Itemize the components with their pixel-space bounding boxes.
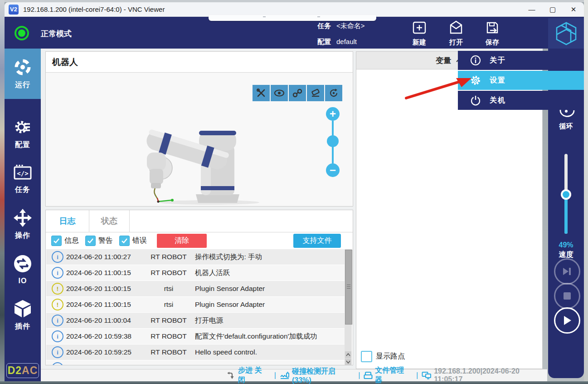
info-icon: i bbox=[52, 251, 63, 263]
links-icon bbox=[292, 88, 303, 98]
log-row: i 2024-06-20 10:59:25 RT ROBOT Hello spe… bbox=[46, 345, 345, 360]
task-label: 任务 bbox=[317, 22, 331, 30]
step-arrow-icon bbox=[227, 371, 236, 379]
filter-warning-checkbox[interactable] bbox=[85, 236, 96, 246]
show-waypoints-checkbox[interactable] bbox=[361, 351, 372, 362]
joint-link-button[interactable] bbox=[289, 85, 306, 101]
tab-log[interactable]: 日志 bbox=[46, 210, 89, 232]
open-task-button[interactable]: 打开 bbox=[438, 19, 474, 47]
menu-item-about[interactable]: 关于 bbox=[458, 51, 584, 70]
robot-panel: 机器人 bbox=[45, 51, 353, 207]
chevron-down-icon bbox=[346, 360, 350, 364]
status-separator: | bbox=[416, 371, 418, 379]
log-row: i 2024-06-20 10:59:25 RT ROBOT Load conf… bbox=[46, 360, 345, 365]
status-separator: | bbox=[358, 371, 360, 379]
stop-button[interactable] bbox=[554, 283, 580, 309]
status-separator: | bbox=[274, 371, 276, 379]
log-list[interactable]: i 2024-06-20 11:00:27 RT ROBOT 操作模式切换为: … bbox=[46, 249, 345, 365]
scroll-down-button[interactable] bbox=[345, 359, 351, 365]
open-file-icon bbox=[447, 19, 465, 36]
new-file-icon bbox=[411, 19, 428, 36]
nav-item-jog[interactable]: 操作 bbox=[5, 202, 41, 247]
log-row: ! 2024-06-20 11:00:15 rtsi Plugin Sensor… bbox=[46, 297, 345, 312]
warning-icon: ! bbox=[52, 283, 63, 295]
filter-info-checkbox[interactable] bbox=[51, 236, 62, 246]
desktop-edge-right bbox=[584, 0, 588, 384]
monitor-icon bbox=[422, 371, 432, 379]
io-arrows-icon bbox=[13, 254, 32, 273]
info-icon: i bbox=[52, 346, 63, 358]
filter-error-checkbox[interactable] bbox=[119, 236, 130, 246]
minimize-button[interactable]: — bbox=[521, 2, 542, 16]
chevron-up-icon bbox=[346, 353, 350, 356]
log-row: ! 2024-06-20 11:00:15 rtsi Plugin Sensor… bbox=[46, 281, 345, 296]
nav-item-io[interactable]: IO bbox=[5, 247, 41, 292]
skip-icon bbox=[562, 267, 572, 276]
gear-lines-icon bbox=[13, 118, 32, 137]
svg-text:</>: </> bbox=[17, 170, 28, 177]
info-icon: i bbox=[52, 362, 63, 365]
mode-label: 正常模式 bbox=[41, 29, 72, 39]
eraser-button[interactable] bbox=[307, 85, 324, 101]
file-manager-button[interactable]: 文件管理器 bbox=[364, 366, 409, 384]
cube-icon bbox=[13, 299, 32, 318]
filter-info-label: 信息 bbox=[64, 236, 79, 246]
eraser-icon bbox=[310, 88, 321, 98]
brand-cube-icon bbox=[555, 21, 578, 46]
filter-error-label: 错误 bbox=[132, 236, 147, 246]
robot-arm-graphic bbox=[46, 73, 352, 206]
tools-button[interactable] bbox=[253, 85, 270, 101]
nav-item-task[interactable]: </> 任务 bbox=[5, 156, 41, 202]
show-waypoints-row[interactable]: 显示路点 bbox=[361, 351, 405, 362]
config-row: 配置default bbox=[317, 38, 357, 46]
status-badge: D2AC bbox=[6, 363, 39, 378]
log-scrollbar[interactable] bbox=[345, 249, 352, 365]
nav-item-plugin[interactable]: 插件 bbox=[5, 292, 41, 338]
vnc-logo-icon: V2 bbox=[9, 5, 19, 15]
red-pointer-arrow bbox=[394, 72, 480, 102]
variables-title: 变量 bbox=[436, 55, 451, 66]
desktop-edge-left bbox=[0, 0, 5, 384]
collision-detect-status[interactable]: 碰撞检测开启(33%) bbox=[280, 367, 351, 384]
visibility-button[interactable] bbox=[271, 85, 288, 101]
code-window-icon: </> bbox=[13, 163, 33, 182]
zoom-control: + − bbox=[326, 107, 340, 177]
new-task-button[interactable]: 新建 bbox=[401, 19, 437, 47]
support-file-button[interactable]: 支持文件 bbox=[293, 234, 341, 248]
step-forward-button[interactable] bbox=[554, 258, 580, 285]
check-icon bbox=[53, 238, 59, 243]
maximize-button[interactable]: ▢ bbox=[542, 2, 563, 16]
log-row: i 2024-06-20 11:00:15 RT ROBOT 机器人活跃 bbox=[46, 265, 345, 281]
clear-log-button[interactable]: 清除 bbox=[157, 234, 207, 248]
zoom-handle[interactable] bbox=[327, 135, 339, 147]
speed-slider-handle[interactable] bbox=[561, 189, 571, 200]
close-button[interactable]: ✕ bbox=[563, 2, 584, 16]
log-row: i 2024-06-20 11:00:04 RT ROBOT 打开电源 bbox=[46, 313, 345, 328]
zoom-in-button[interactable]: + bbox=[326, 107, 340, 121]
nav-item-config[interactable]: 配置 bbox=[5, 111, 41, 156]
play-button[interactable] bbox=[554, 307, 580, 334]
about-info-icon bbox=[470, 54, 481, 66]
filter-warning-label: 警告 bbox=[98, 236, 113, 246]
status-bar: 步进 关闭 | 碰撞检测开启(33%) | 文件管理器 | 192.168.1.… bbox=[41, 369, 547, 381]
window-title: 192.168.1.200 (intel-corei7-64:0) - VNC … bbox=[23, 5, 165, 13]
show-waypoints-label: 显示路点 bbox=[376, 352, 405, 361]
vnc-toolbar-tab[interactable] bbox=[209, 15, 376, 21]
scrollbar-thumb[interactable] bbox=[345, 250, 352, 325]
save-task-button[interactable]: 保存 bbox=[474, 19, 510, 47]
step-mode-status[interactable]: 步进 关闭 bbox=[227, 366, 267, 384]
brand-menu-button[interactable] bbox=[548, 18, 584, 49]
stop-icon bbox=[563, 292, 571, 300]
move-arrows-icon bbox=[13, 208, 32, 227]
rotate-icon bbox=[328, 88, 339, 98]
nav-item-run[interactable]: 运行 bbox=[5, 49, 41, 99]
info-icon: i bbox=[52, 315, 63, 326]
reset-view-button[interactable] bbox=[325, 85, 342, 101]
robot-3d-viewport[interactable]: + − bbox=[46, 73, 352, 206]
zoom-out-button[interactable]: − bbox=[326, 163, 340, 177]
scroll-up-button[interactable] bbox=[345, 351, 351, 358]
task-value: <未命名> bbox=[336, 22, 365, 30]
warning-icon: ! bbox=[52, 299, 63, 310]
connection-status: 192.168.1.200|2024-06-20 11:05:17 bbox=[422, 367, 544, 384]
tab-status[interactable]: 状态 bbox=[89, 210, 130, 232]
